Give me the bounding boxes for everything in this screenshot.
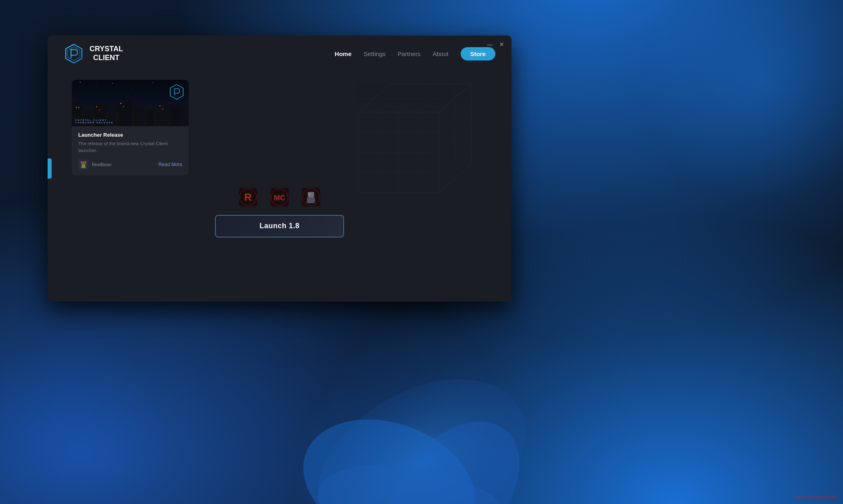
svg-rect-29 — [134, 106, 144, 126]
svg-rect-35 — [78, 107, 79, 108]
svg-rect-33 — [181, 104, 189, 126]
launch-area: Launch 1.8 — [72, 215, 487, 237]
header: CRYSTAL CLIENT Home Settings Partners Ab… — [48, 35, 511, 72]
svg-rect-41 — [162, 108, 163, 110]
close-button[interactable]: ✕ — [496, 39, 507, 50]
author-area: BestBearr — [78, 159, 112, 170]
news-description: The release of the brand-new Crystal Cli… — [78, 140, 182, 154]
svg-rect-25 — [84, 110, 92, 126]
svg-rect-32 — [171, 106, 181, 126]
svg-rect-47 — [82, 162, 83, 163]
win11-flower-decoration — [260, 323, 583, 504]
svg-marker-7 — [358, 84, 471, 112]
nav-settings[interactable]: Settings — [364, 50, 386, 57]
svg-marker-4 — [66, 44, 82, 63]
server-icon-1[interactable]: R — [238, 187, 258, 207]
titlebar: — ✕ — [480, 35, 511, 53]
logo-area: CRYSTAL CLIENT — [64, 44, 123, 64]
news-card[interactable]: CRYSTAL CLIENTLAUNCHER RELEASE Launcher … — [72, 80, 189, 175]
svg-rect-36 — [96, 106, 97, 107]
svg-rect-48 — [84, 162, 85, 163]
svg-rect-59 — [309, 194, 310, 196]
svg-rect-39 — [123, 106, 124, 107]
svg-rect-58 — [307, 198, 315, 203]
logo-icon — [64, 44, 84, 64]
svg-line-16 — [399, 84, 431, 112]
news-thumbnail: CRYSTAL CLIENTLAUNCHER RELEASE — [72, 80, 189, 126]
svg-line-15 — [378, 84, 411, 112]
svg-line-21 — [439, 144, 471, 173]
svg-rect-49 — [81, 165, 86, 168]
svg-marker-5 — [68, 47, 80, 60]
svg-line-20 — [439, 124, 471, 152]
svg-rect-6 — [358, 112, 439, 193]
thumb-logo-overlay — [169, 84, 185, 102]
minimize-button[interactable]: — — [484, 39, 495, 50]
svg-marker-42 — [170, 85, 183, 100]
svg-line-17 — [419, 84, 451, 112]
launch-label: Launch 1.8 — [259, 222, 299, 230]
svg-rect-40 — [159, 105, 161, 106]
watermark: www.9minecraft.net — [795, 494, 837, 499]
nav-partners[interactable]: Partners — [398, 50, 421, 57]
news-title: Launcher Release — [78, 132, 182, 138]
svg-marker-8 — [439, 84, 471, 193]
bg-3d-decoration — [298, 72, 499, 273]
server-icons-area: R MC — [72, 187, 487, 207]
main-content: CRYSTAL CLIENTLAUNCHER RELEASE Launcher … — [48, 72, 511, 246]
svg-text:MC: MC — [274, 194, 285, 202]
read-more-button[interactable]: Read More — [159, 160, 182, 169]
news-footer: BestBearr Read More — [78, 159, 182, 170]
news-body: Launcher Release The release of the bran… — [72, 126, 189, 175]
nav-about[interactable]: About — [432, 50, 448, 57]
author-avatar — [78, 159, 89, 170]
server-icon-3[interactable] — [301, 187, 321, 207]
thumb-subtitle: CRYSTAL CLIENTLAUNCHER RELEASE — [75, 119, 114, 124]
nav-home[interactable]: Home — [335, 50, 352, 57]
launch-button[interactable]: Launch 1.8 — [215, 215, 344, 237]
app-title: CRYSTAL CLIENT — [90, 45, 123, 62]
svg-text:R: R — [244, 191, 252, 203]
svg-rect-30 — [146, 110, 154, 126]
svg-rect-37 — [99, 109, 100, 110]
svg-rect-31 — [156, 102, 169, 126]
svg-rect-34 — [76, 107, 77, 108]
app-window: — ✕ — [48, 35, 511, 302]
server-icon-2[interactable]: MC — [270, 187, 289, 207]
svg-rect-38 — [120, 103, 121, 104]
author-name: BestBearr — [92, 162, 112, 167]
svg-line-19 — [439, 104, 471, 132]
main-nav: Home Settings Partners About Store — [335, 47, 495, 60]
thumb-scene: CRYSTAL CLIENTLAUNCHER RELEASE — [72, 80, 189, 126]
